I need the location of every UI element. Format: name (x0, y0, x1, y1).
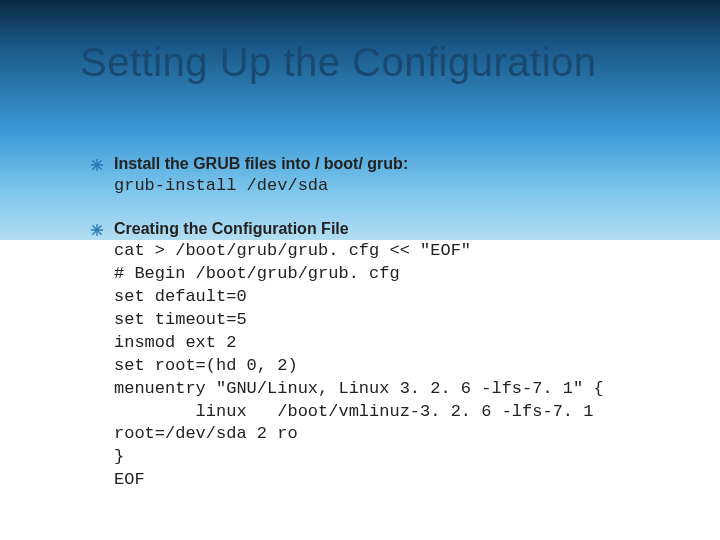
slide-title: Setting Up the Configuration (80, 40, 660, 85)
item-code: cat > /boot/grub/grub. cfg << "EOF" # Be… (114, 240, 660, 492)
bullet-item: Creating the Configuration File cat > /b… (90, 220, 660, 492)
item-code: grub-install /dev/sda (114, 175, 660, 198)
slide: Setting Up the Configuration Install the… (0, 0, 720, 540)
svg-line-6 (93, 226, 101, 234)
asterisk-icon (90, 158, 104, 172)
item-heading: Install the GRUB files into / boot/ grub… (114, 155, 660, 173)
item-heading: Creating the Configuration File (114, 220, 660, 238)
asterisk-icon (90, 223, 104, 237)
bullet-item: Install the GRUB files into / boot/ grub… (90, 155, 660, 198)
svg-line-7 (93, 226, 101, 234)
slide-content: Install the GRUB files into / boot/ grub… (90, 155, 660, 492)
svg-line-2 (93, 161, 101, 169)
svg-line-3 (93, 161, 101, 169)
